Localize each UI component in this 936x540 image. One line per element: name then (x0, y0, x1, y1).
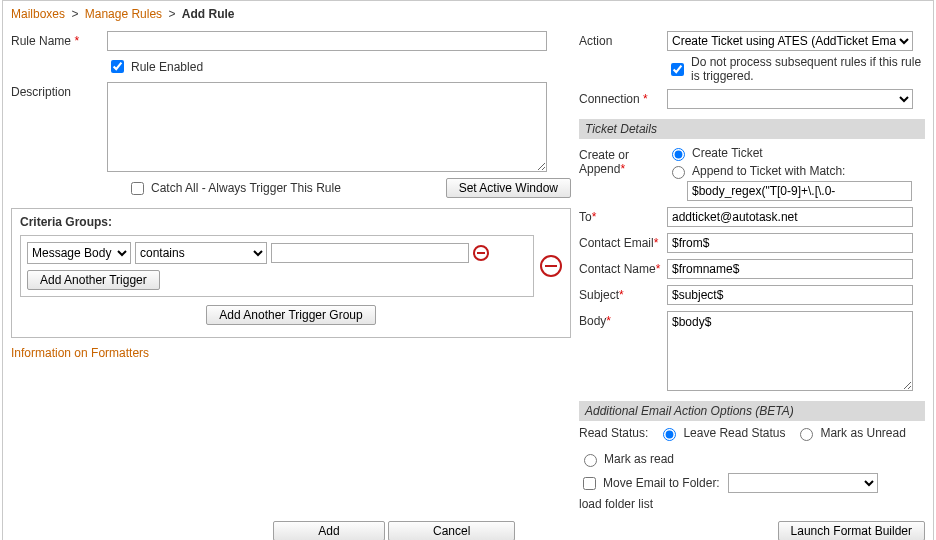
connection-select[interactable] (667, 89, 913, 109)
add-button[interactable]: Add (273, 521, 384, 540)
read-status-label: Read Status: (579, 426, 648, 440)
load-folder-list-link[interactable]: load folder list (579, 497, 653, 511)
criteria-group-box: Message Body contains Add Another Trigge… (20, 235, 534, 297)
info-on-formatters-link[interactable]: Information on Formatters (11, 346, 149, 360)
add-another-trigger-group-button[interactable]: Add Another Trigger Group (206, 305, 375, 325)
read-status-row: Read Status: Leave Read Status Mark as U… (579, 425, 925, 467)
append-ticket-radio[interactable]: Append to Ticket with Match: (667, 163, 912, 179)
rule-enabled-input[interactable] (111, 60, 124, 73)
read-read-radio-input[interactable] (584, 454, 597, 467)
breadcrumb: Mailboxes > Manage Rules > Add Rule (3, 1, 933, 25)
criteria-line: Message Body contains (27, 242, 527, 264)
catch-all-input[interactable] (131, 182, 144, 195)
read-read-label: Mark as read (604, 452, 674, 466)
rule-name-input[interactable] (107, 31, 547, 51)
create-ticket-radio-label: Create Ticket (692, 146, 763, 160)
contact-email-input[interactable] (667, 233, 913, 253)
to-input[interactable] (667, 207, 913, 227)
connection-label: Connection * (579, 89, 667, 106)
create-ticket-radio-input[interactable] (672, 148, 685, 161)
criteria-value-input[interactable] (271, 243, 469, 263)
read-unread-label: Mark as Unread (820, 426, 905, 440)
rule-name-label: Rule Name * (11, 31, 107, 48)
read-read-radio[interactable]: Mark as read (579, 451, 674, 467)
criteria-field-select[interactable]: Message Body (27, 242, 131, 264)
breadcrumb-sep: > (68, 7, 81, 21)
read-leave-label: Leave Read Status (683, 426, 785, 440)
subject-input[interactable] (667, 285, 913, 305)
create-or-append-label: Create or Append* (579, 145, 667, 176)
description-label: Description (11, 82, 107, 99)
add-another-trigger-button[interactable]: Add Another Trigger (27, 270, 160, 290)
action-select[interactable]: Create Ticket using ATES (AddTicket Emai… (667, 31, 913, 51)
body-textarea[interactable]: $body$ (667, 311, 913, 391)
left-column: Rule Name * Rule Enabled Description (11, 25, 571, 360)
right-column: Action Create Ticket using ATES (AddTick… (571, 25, 925, 511)
criteria-operator-select[interactable]: contains (135, 242, 267, 264)
breadcrumb-mailboxes[interactable]: Mailboxes (11, 7, 65, 21)
remove-criteria-icon[interactable] (473, 245, 489, 261)
criteria-groups-title: Criteria Groups: (20, 215, 562, 229)
stop-processing-checkbox[interactable] (671, 63, 684, 76)
append-match-input[interactable] (687, 181, 912, 201)
to-label: To* (579, 207, 667, 224)
breadcrumb-current: Add Rule (182, 7, 235, 21)
read-leave-radio[interactable]: Leave Read Status (658, 425, 785, 441)
subject-label: Subject* (579, 285, 667, 302)
add-rule-page: Mailboxes > Manage Rules > Add Rule Rule… (2, 0, 934, 540)
launch-format-builder-button[interactable]: Launch Format Builder (778, 521, 925, 540)
contact-email-label: Contact Email* (579, 233, 667, 250)
catch-all-checkbox[interactable]: Catch All - Always Trigger This Rule (127, 179, 446, 198)
create-ticket-radio[interactable]: Create Ticket (667, 145, 912, 161)
rule-enabled-checkbox[interactable]: Rule Enabled (107, 57, 203, 76)
rule-enabled-label: Rule Enabled (131, 60, 203, 74)
criteria-groups-fieldset: Criteria Groups: Message Body contains (11, 208, 571, 338)
breadcrumb-manage-rules[interactable]: Manage Rules (85, 7, 162, 21)
description-textarea[interactable] (107, 82, 547, 172)
stop-processing-label: Do not process subsequent rules if this … (691, 55, 925, 83)
cancel-button[interactable]: Cancel (388, 521, 515, 540)
move-email-label: Move Email to Folder: (603, 476, 720, 490)
breadcrumb-sep: > (165, 7, 178, 21)
read-unread-radio[interactable]: Mark as Unread (795, 425, 905, 441)
remove-group-icon[interactable] (540, 255, 562, 277)
contact-name-label: Contact Name* (579, 259, 667, 276)
additional-options-header: Additional Email Action Options (BETA) (579, 401, 925, 421)
move-folder-select[interactable] (728, 473, 878, 493)
set-active-window-button[interactable]: Set Active Window (446, 178, 571, 198)
append-ticket-radio-input[interactable] (672, 166, 685, 179)
append-ticket-radio-label: Append to Ticket with Match: (692, 164, 845, 178)
action-label: Action (579, 31, 667, 48)
ticket-details-header: Ticket Details (579, 119, 925, 139)
read-leave-radio-input[interactable] (663, 428, 676, 441)
contact-name-input[interactable] (667, 259, 913, 279)
read-unread-radio-input[interactable] (800, 428, 813, 441)
catch-all-label: Catch All - Always Trigger This Rule (151, 181, 341, 195)
footer-buttons: Add Cancel Launch Format Builder (3, 511, 933, 540)
move-email-checkbox[interactable] (583, 477, 596, 490)
body-label: Body* (579, 311, 667, 328)
